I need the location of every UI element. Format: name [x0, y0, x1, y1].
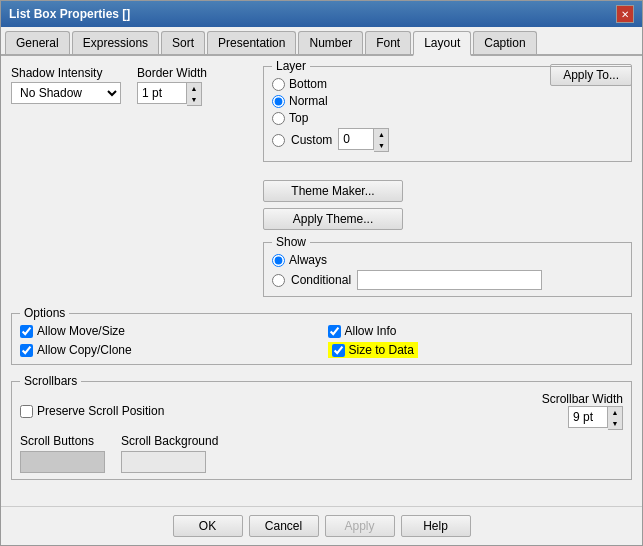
show-group: Show Always Conditional: [263, 242, 632, 297]
preserve-scroll-checkbox[interactable]: [20, 405, 33, 418]
scroll-buttons-label: Scroll Buttons: [20, 434, 105, 448]
scroll-background-color[interactable]: [121, 451, 206, 473]
layer-bottom-label: Bottom: [289, 77, 327, 91]
scrollbar-width-up[interactable]: ▲: [608, 407, 622, 418]
border-width-down[interactable]: ▼: [187, 94, 201, 105]
layer-normal-label: Normal: [289, 94, 328, 108]
theme-buttons: Theme Maker... Apply Theme...: [263, 180, 632, 230]
layer-custom-radio[interactable]: [272, 134, 285, 147]
help-button[interactable]: Help: [401, 515, 471, 537]
border-width-up[interactable]: ▲: [187, 83, 201, 94]
preserve-scroll-label: Preserve Scroll Position: [37, 404, 164, 418]
size-to-data-checkbox[interactable]: [332, 344, 345, 357]
size-to-data-label: Size to Data: [349, 343, 414, 357]
layer-custom-spinner: ▲ ▼: [374, 128, 389, 152]
show-conditional-radio[interactable]: [272, 274, 285, 287]
allow-move-size-checkbox[interactable]: [20, 325, 33, 338]
show-conditional-input[interactable]: [357, 270, 542, 290]
scrollbar-width-group: Scrollbar Width 9 pt ▲ ▼: [542, 392, 623, 430]
cancel-button[interactable]: Cancel: [249, 515, 319, 537]
layer-custom-label: Custom: [291, 133, 332, 147]
shadow-intensity-select[interactable]: No Shadow: [11, 82, 121, 104]
tab-number[interactable]: Number: [298, 31, 363, 54]
tab-presentation[interactable]: Presentation: [207, 31, 296, 54]
show-conditional-label: Conditional: [291, 273, 351, 287]
layer-normal-radio[interactable]: [272, 95, 285, 108]
show-group-title: Show: [272, 235, 310, 249]
border-width-input[interactable]: 1 pt: [137, 82, 187, 104]
size-to-data-highlight: Size to Data: [328, 342, 418, 358]
scroll-buttons-group: Scroll Buttons: [20, 434, 105, 473]
scrollbars-group-title: Scrollbars: [20, 374, 81, 388]
ok-button[interactable]: OK: [173, 515, 243, 537]
preserve-scroll-option: Preserve Scroll Position: [20, 404, 164, 418]
border-width-spinner: ▲ ▼: [187, 82, 202, 106]
tab-sort[interactable]: Sort: [161, 31, 205, 54]
allow-move-size-option: Allow Move/Size: [20, 324, 316, 338]
apply-button[interactable]: Apply: [325, 515, 395, 537]
tab-caption[interactable]: Caption: [473, 31, 536, 54]
layer-top-radio[interactable]: [272, 112, 285, 125]
scrollbars-group: Scrollbars Preserve Scroll Position Scro…: [11, 381, 632, 480]
dialog-footer: OK Cancel Apply Help: [1, 506, 642, 545]
layer-bottom-radio[interactable]: [272, 78, 285, 91]
show-always-radio[interactable]: [272, 254, 285, 267]
show-conditional-option: Conditional: [272, 270, 623, 290]
border-width-label: Border Width: [137, 66, 207, 80]
apply-theme-button[interactable]: Apply Theme...: [263, 208, 403, 230]
theme-maker-button[interactable]: Theme Maker...: [263, 180, 403, 202]
main-window: List Box Properties [] ✕ General Express…: [0, 0, 643, 546]
scrollbar-width-spinner: ▲ ▼: [608, 406, 623, 430]
shadow-intensity-group: Shadow Intensity No Shadow Border Width …: [11, 66, 251, 106]
tab-content: Shadow Intensity No Shadow Border Width …: [1, 56, 642, 506]
border-width-input-group: 1 pt ▲ ▼: [137, 82, 207, 106]
title-bar: List Box Properties [] ✕: [1, 1, 642, 27]
allow-copy-clone-option: Allow Copy/Clone: [20, 342, 316, 358]
show-always-option: Always: [272, 253, 623, 267]
layer-bottom-option: Bottom: [272, 77, 623, 91]
layer-group: Layer Bottom Normal Top: [263, 66, 632, 162]
right-column: Apply To... Layer Bottom Normal: [263, 66, 632, 301]
scroll-colors-row: Scroll Buttons Scroll Background: [20, 434, 623, 473]
tab-bar: General Expressions Sort Presentation Nu…: [1, 27, 642, 56]
tab-expressions[interactable]: Expressions: [72, 31, 159, 54]
tab-font[interactable]: Font: [365, 31, 411, 54]
scrollbar-width-label: Scrollbar Width: [542, 392, 623, 406]
allow-info-label: Allow Info: [345, 324, 397, 338]
scroll-buttons-color[interactable]: [20, 451, 105, 473]
scrollbar-width-input-group: 9 pt ▲ ▼: [568, 406, 623, 430]
show-always-label: Always: [289, 253, 327, 267]
layer-custom-value-group: 0 ▲ ▼: [338, 128, 389, 152]
scroll-background-group: Scroll Background: [121, 434, 218, 473]
options-group: Options Allow Move/Size Allow Info Allow…: [11, 313, 632, 365]
left-column: Shadow Intensity No Shadow Border Width …: [11, 66, 251, 106]
scrollbar-width-down[interactable]: ▼: [608, 418, 622, 429]
layer-top-label: Top: [289, 111, 308, 125]
layer-custom-input[interactable]: 0: [338, 128, 374, 150]
allow-copy-clone-label: Allow Copy/Clone: [37, 343, 132, 357]
tab-general[interactable]: General: [5, 31, 70, 54]
scroll-background-label: Scroll Background: [121, 434, 218, 448]
close-button[interactable]: ✕: [616, 5, 634, 23]
options-group-title: Options: [20, 306, 69, 320]
tab-layout[interactable]: Layout: [413, 31, 471, 56]
layer-normal-option: Normal: [272, 94, 623, 108]
layer-top-option: Top: [272, 111, 623, 125]
layer-custom-option: Custom 0 ▲ ▼: [272, 128, 623, 152]
allow-info-option: Allow Info: [328, 324, 624, 338]
allow-move-size-label: Allow Move/Size: [37, 324, 125, 338]
allow-info-checkbox[interactable]: [328, 325, 341, 338]
layer-custom-down[interactable]: ▼: [374, 140, 388, 151]
layer-group-title: Layer: [272, 59, 310, 73]
layer-custom-up[interactable]: ▲: [374, 129, 388, 140]
shadow-intensity-label: Shadow Intensity: [11, 66, 121, 80]
size-to-data-option: Size to Data: [328, 342, 624, 358]
window-title: List Box Properties []: [9, 7, 130, 21]
allow-copy-clone-checkbox[interactable]: [20, 344, 33, 357]
scrollbar-width-input[interactable]: 9 pt: [568, 406, 608, 428]
